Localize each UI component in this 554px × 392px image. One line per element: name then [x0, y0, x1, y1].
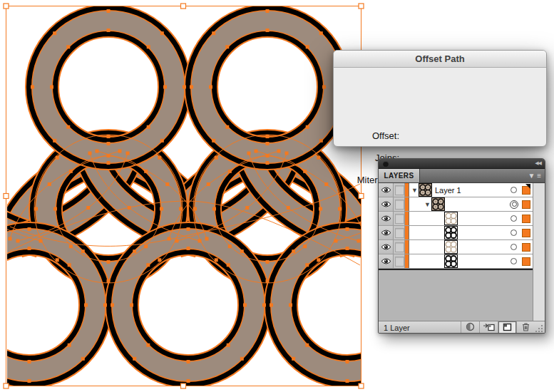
panel-menu-icon[interactable]: ▼ ≡	[528, 169, 541, 183]
toggle-visibility-cell[interactable]	[379, 240, 394, 254]
selection-color-square[interactable]	[522, 229, 530, 237]
selection-color-square[interactable]	[522, 200, 530, 209]
layer-row-layer-1[interactable]: ▼ Layer 1	[379, 183, 533, 197]
layers-list-area: ▼ Layer 1 ▼	[379, 183, 545, 321]
layer-thumbnail-art	[445, 255, 457, 267]
layer-thumbnail-art	[445, 227, 457, 239]
scrollbar-track[interactable]	[533, 183, 545, 321]
toggle-lock-cell[interactable]	[394, 183, 405, 197]
toggle-lock-cell[interactable]	[394, 197, 405, 211]
layer-thumbnail[interactable]	[419, 183, 432, 197]
panel-close-icon[interactable]	[383, 161, 389, 167]
visibility-eye-icon[interactable]	[381, 186, 391, 194]
toggle-visibility-cell[interactable]	[379, 254, 394, 268]
layer-thumbnail[interactable]	[444, 226, 458, 239]
offset-path-dialog: Offset Path Offset: 1,5 px Joins: Miter …	[333, 50, 547, 147]
toggle-visibility-cell[interactable]	[379, 212, 394, 225]
clipping-mask-icon	[465, 321, 476, 334]
layer-thumbnail[interactable]	[431, 197, 445, 211]
panel-footer: 1 Layer	[379, 321, 545, 334]
illustrator-workspace: Offset Path Offset: 1,5 px Joins: Miter …	[0, 0, 554, 392]
toggle-visibility-cell[interactable]	[379, 226, 394, 239]
selected-ornament-artwork[interactable]	[0, 0, 367, 392]
panel-resize-grip[interactable]	[535, 321, 545, 334]
panel-drag-bar[interactable]: ◀◀	[379, 159, 545, 169]
selection-color-square[interactable]	[522, 243, 530, 252]
target-circle-icon[interactable]	[511, 215, 517, 222]
disclosure-triangle-icon[interactable]: ▼	[411, 187, 419, 194]
layer-thumbnail-art	[445, 241, 457, 253]
layer-thumbnail[interactable]	[444, 254, 458, 268]
layer-count-status: 1 Layer	[379, 324, 461, 332]
tab-layers[interactable]: LAYERS	[379, 169, 420, 182]
visibility-eye-icon[interactable]	[381, 200, 391, 208]
selection-color-square[interactable]	[522, 186, 530, 195]
visibility-eye-icon[interactable]	[381, 257, 391, 265]
toggle-visibility-cell[interactable]	[379, 197, 394, 211]
collapse-panel-icon[interactable]: ◀◀	[535, 160, 541, 166]
dialog-title: Offset Path	[334, 51, 546, 68]
layer-thumbnail-art	[445, 212, 457, 225]
document-canvas[interactable]	[0, 0, 367, 392]
toggle-lock-cell[interactable]	[394, 254, 405, 268]
target-circle-icon[interactable]	[511, 187, 517, 193]
target-circle-icon[interactable]	[511, 244, 517, 250]
layer-thumbnail[interactable]	[444, 240, 458, 254]
new-layer-icon	[503, 321, 512, 334]
layer-row-path-2[interactable]	[379, 226, 533, 240]
disclosure-triangle-icon[interactable]: ▼	[424, 201, 431, 208]
target-circle-icon[interactable]	[511, 229, 517, 236]
layer-thumbnail[interactable]	[444, 212, 458, 225]
target-circle-icon[interactable]	[510, 200, 518, 209]
target-circle-icon[interactable]	[511, 258, 517, 264]
trash-icon	[521, 321, 530, 334]
panel-tab-bar: LAYERS ▼ ≡	[379, 169, 545, 183]
visibility-eye-icon[interactable]	[381, 215, 391, 222]
delete-layer-button[interactable]	[516, 321, 535, 334]
make-clipping-mask-button[interactable]	[461, 321, 479, 334]
offset-label: Offset:	[334, 130, 399, 141]
layer-row-group[interactable]: ▼	[379, 197, 533, 212]
selected-art-indicator	[525, 184, 530, 189]
new-sublayer-icon	[483, 321, 495, 334]
new-layer-button[interactable]	[498, 321, 516, 334]
toggle-lock-cell[interactable]	[394, 240, 405, 254]
toggle-lock-cell[interactable]	[394, 212, 405, 225]
layer-name-label[interactable]: Layer 1	[435, 186, 461, 195]
layers-panel: ◀◀ LAYERS ▼ ≡ ▼ Layer 1 ▼	[378, 158, 545, 334]
layer-thumbnail-art	[419, 184, 431, 196]
layer-row-path-4[interactable]	[379, 254, 533, 269]
layer-row-path-1[interactable]	[379, 212, 533, 226]
toggle-lock-cell[interactable]	[394, 226, 405, 239]
layer-row-path-3[interactable]	[379, 240, 533, 254]
visibility-eye-icon[interactable]	[381, 243, 391, 251]
new-sublayer-button[interactable]	[479, 321, 498, 334]
visibility-eye-icon[interactable]	[381, 229, 391, 237]
layer-thumbnail-art	[432, 198, 444, 210]
selection-color-square[interactable]	[522, 215, 530, 223]
selection-color-square[interactable]	[522, 257, 530, 266]
toggle-visibility-cell[interactable]	[379, 183, 394, 197]
